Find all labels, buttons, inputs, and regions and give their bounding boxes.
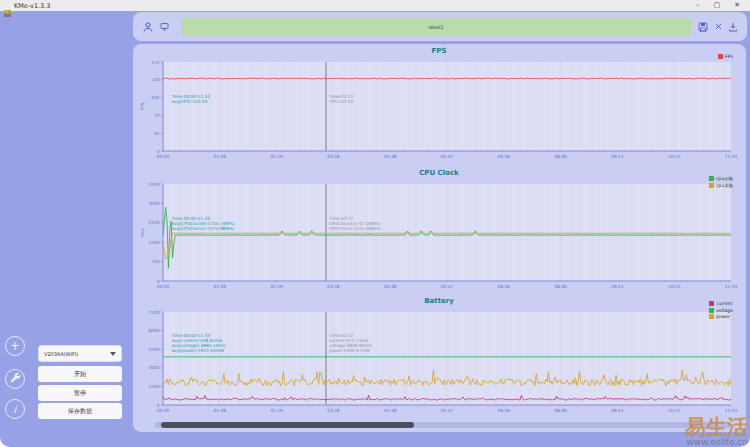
tools-button[interactable] (5, 369, 25, 389)
svg-text:Time:03:22FPS:142.45: Time:03:22FPS:142.45 (328, 94, 354, 104)
save-data-button[interactable]: 保存数据 (38, 403, 122, 419)
battery-chart: Battery currentvoltagepower 00:0001:0902… (137, 296, 741, 422)
battery-chart-legend: currentvoltagepower (709, 301, 733, 319)
svg-text:70: 70 (154, 113, 160, 118)
svg-text:04:38: 04:38 (384, 154, 397, 159)
svg-text:05:47: 05:47 (441, 154, 454, 159)
device-select[interactable]: V2036A(WIFI) (38, 345, 122, 362)
wrench-icon (10, 372, 21, 386)
svg-text:10:25: 10:25 (668, 408, 681, 413)
title-bar: KMe-v1.3.3 – ▢ ✕ (0, 0, 750, 11)
legend-label: voltage (716, 308, 733, 313)
svg-text:06:56: 06:56 (498, 408, 511, 413)
svg-text:11:34: 11:34 (725, 154, 738, 159)
svg-text:06:56: 06:56 (498, 154, 511, 159)
pause-button[interactable]: 暂停 (38, 385, 122, 401)
device-select-value: V2036A(WIFI) (44, 351, 78, 357)
close-button[interactable]: ✕ (734, 0, 740, 11)
scrollbar-thumb[interactable] (161, 422, 414, 428)
command-field-value: label1 (428, 24, 443, 30)
battery-chart-plot[interactable]: 00:0001:0902:1903:2804:3805:4706:5608:06… (137, 306, 741, 418)
svg-text:03:28: 03:28 (327, 284, 340, 289)
svg-text:05:47: 05:47 (441, 284, 454, 289)
svg-text:3750: 3750 (149, 182, 160, 187)
fps-chart-legend: FPS (718, 54, 733, 59)
svg-text:1500: 1500 (149, 384, 160, 389)
svg-text:MHz: MHz (140, 227, 145, 237)
app-icon (4, 2, 11, 9)
chevron-down-icon (110, 352, 116, 356)
svg-text:01:09: 01:09 (214, 154, 227, 159)
info-button[interactable]: i (5, 399, 25, 419)
battery-chart-title: Battery (137, 296, 741, 306)
legend-item: cpu小核 (709, 176, 733, 181)
plus-icon: + (10, 339, 20, 353)
svg-text:140: 140 (151, 77, 159, 82)
svg-text:04:38: 04:38 (384, 408, 397, 413)
fps-chart-title: FPS (137, 46, 741, 56)
legend-label: cpu大核 (716, 183, 733, 188)
svg-text:00:00: 00:00 (157, 408, 170, 413)
svg-text:7500: 7500 (149, 310, 160, 315)
svg-text:FPS: FPS (140, 102, 145, 110)
legend-item: current (709, 301, 733, 306)
svg-text:01:09: 01:09 (214, 408, 227, 413)
charts-panel: FPS FPS 00:0001:0902:1903:2804:3805:4706… (133, 44, 746, 432)
legend-label: FPS (725, 54, 733, 59)
window-title: KMe-v1.3.3 (14, 2, 50, 10)
svg-text:Time:00:00-11:33Avg(FPS):143.1: Time:00:00-11:33Avg(FPS):143.19 (171, 94, 211, 104)
command-field[interactable]: label1 (181, 18, 691, 35)
app-window: KMe-v1.3.3 – ▢ ✕ + i V2036A(WIFI) 开始 暂停 … (0, 0, 750, 447)
svg-text:09:15: 09:15 (611, 284, 624, 289)
save-data-button-label: 保存数据 (68, 407, 92, 416)
legend-item: FPS (718, 54, 733, 59)
cpu-clock-chart-plot[interactable]: 00:0001:0902:1903:2804:3805:4706:5608:06… (137, 178, 741, 294)
svg-text:02:19: 02:19 (270, 284, 283, 289)
fps-chart: FPS FPS 00:0001:0902:1903:2804:3805:4706… (137, 46, 741, 168)
svg-text:06:56: 06:56 (498, 284, 511, 289)
svg-text:0: 0 (157, 403, 160, 408)
svg-text:105: 105 (151, 95, 159, 100)
legend-label: power (716, 314, 730, 319)
start-button[interactable]: 开始 (38, 366, 122, 382)
legend-swatch (718, 54, 723, 59)
svg-text:3000: 3000 (149, 201, 160, 206)
svg-text:10:25: 10:25 (668, 284, 681, 289)
legend-item: voltage (709, 308, 733, 313)
legend-item: cpu大核 (709, 183, 733, 188)
legend-label: current (716, 301, 732, 306)
legend-swatch (709, 176, 714, 181)
svg-text:4500: 4500 (149, 347, 160, 352)
device-icon[interactable] (158, 20, 171, 33)
cpu-clock-chart: CPU Clock cpu小核cpu大核 00:0001:0902:1903:2… (137, 168, 741, 298)
fps-chart-plot[interactable]: 00:0001:0902:1903:2804:3805:4706:5608:06… (137, 56, 741, 164)
svg-text:04:38: 04:38 (384, 284, 397, 289)
svg-text:3000: 3000 (149, 365, 160, 370)
export-icon[interactable] (727, 21, 739, 33)
pause-button-label: 暂停 (74, 389, 86, 398)
user-icon[interactable] (141, 20, 154, 33)
add-button[interactable]: + (5, 336, 25, 356)
save-icon[interactable] (697, 21, 709, 33)
top-toolbar: label1 (133, 12, 747, 41)
horizontal-scrollbar (155, 422, 731, 428)
svg-text:09:15: 09:15 (611, 154, 624, 159)
svg-text:00:00: 00:00 (157, 284, 170, 289)
svg-text:6000: 6000 (149, 328, 160, 333)
svg-text:175: 175 (151, 60, 159, 65)
legend-swatch (709, 183, 714, 188)
legend-label: cpu小核 (716, 176, 733, 181)
legend-item: power (709, 314, 733, 319)
maximize-button[interactable]: ▢ (714, 0, 721, 11)
legend-swatch (709, 314, 714, 319)
info-icon: i (14, 404, 17, 415)
clear-icon[interactable] (712, 21, 724, 33)
svg-text:08:06: 08:06 (554, 284, 567, 289)
svg-text:09:15: 09:15 (611, 408, 624, 413)
svg-text:1500: 1500 (149, 240, 160, 245)
minimize-button[interactable]: – (696, 0, 700, 11)
svg-text:08:06: 08:06 (554, 154, 567, 159)
svg-text:01:09: 01:09 (214, 284, 227, 289)
svg-text:02:19: 02:19 (270, 408, 283, 413)
svg-text:05:47: 05:47 (441, 408, 454, 413)
